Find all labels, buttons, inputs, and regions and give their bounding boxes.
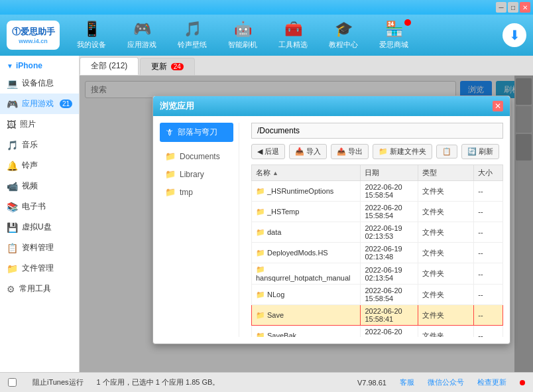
- copy-button[interactable]: 📋: [436, 145, 457, 159]
- ringtone-icon: 🔔: [7, 161, 18, 171]
- modal-item-library[interactable]: 📁 Library: [160, 165, 233, 183]
- table-row[interactable]: 📁DeployedMods.HS 2022-06-19 02:13:48 文件夹…: [252, 243, 503, 263]
- cell-size: --: [474, 285, 503, 305]
- table-row[interactable]: 📁SaveBak 2022-06-20 15:28:12 文件夹 --: [252, 326, 503, 338]
- nav-ringtones-label: 铃声壁纸: [178, 40, 207, 50]
- minimize-button[interactable]: ─: [496, 2, 506, 13]
- download-button[interactable]: ⬇: [503, 23, 526, 47]
- sidebar-item-udisk[interactable]: 💾 虚拟U盘: [0, 217, 79, 237]
- sidebar-item-photos[interactable]: 🖼 照片: [0, 114, 79, 135]
- sidebar-item-videos[interactable]: 📹 视频: [0, 176, 79, 196]
- file-list-container: 名称 ▲ 日期 类型 大小 📁_HSRun: [251, 164, 503, 337]
- sidebar-item-label: 设备信息: [22, 78, 54, 89]
- table-row[interactable]: 📁hansqurrel_hotpatch_manual 2022-06-19 0…: [252, 263, 503, 285]
- import-button[interactable]: 📥 导入: [289, 144, 327, 159]
- data-mgr-icon: 📋: [7, 243, 18, 253]
- cell-date: 2022-06-20 15:58:54: [361, 202, 418, 222]
- tab-all[interactable]: 全部 (212): [80, 57, 139, 75]
- cell-name: 📁data: [252, 222, 361, 243]
- music-icon: 🎵: [7, 140, 18, 151]
- cell-date: 2022-06-20 15:58:54: [361, 285, 418, 305]
- title-bar: ─ □ ✕: [0, 0, 533, 15]
- export-button[interactable]: 📤 导出: [331, 144, 369, 159]
- sidebar-ebooks-label: 电子书: [22, 201, 46, 212]
- ringtones-icon: 🎵: [184, 21, 202, 38]
- refresh-button[interactable]: 🔄 刷新: [461, 144, 499, 159]
- table-row[interactable]: 📁NLog 2022-06-20 15:58:54 文件夹 --: [252, 285, 503, 305]
- cell-date: 2022-06-19 02:13:53: [361, 222, 418, 243]
- nav-bar: ①爱思助手 www.i4.cn 📱 我的设备 🎮 应用游戏 🎵 铃声壁纸 🤖 智…: [0, 15, 533, 56]
- cell-name: 📁NLog: [252, 285, 361, 305]
- modal-overlay: 浏览应用 ✕ 🗡 部落与弯刀: [80, 76, 533, 372]
- new-folder-button[interactable]: 📁 新建文件夹: [373, 144, 432, 159]
- col-size[interactable]: 大小: [474, 165, 503, 181]
- back-button[interactable]: ◀ 后退: [251, 144, 285, 159]
- cell-size: --: [474, 263, 503, 285]
- nav-apps[interactable]: 🎮 应用游戏: [123, 18, 160, 52]
- nav-store[interactable]: 🏪 爱思商城: [375, 18, 412, 52]
- sidebar-item-apps[interactable]: 🎮 应用游戏 21: [0, 94, 79, 114]
- modal-item-tmp[interactable]: 📁 tmp: [160, 183, 233, 201]
- itunes-checkbox[interactable]: [8, 378, 17, 387]
- nav-smart-label: 智能刷机: [228, 40, 257, 50]
- cell-size: --: [474, 243, 503, 263]
- file-mgr-icon: 📁: [7, 263, 18, 274]
- modal-item-documents[interactable]: 📁 Documents: [160, 147, 233, 165]
- col-type[interactable]: 类型: [418, 165, 474, 181]
- itunes-label: 阻止iTunes运行: [32, 377, 84, 387]
- sidebar-item-device-info[interactable]: 💻 设备信息: [0, 73, 79, 94]
- maximize-button[interactable]: □: [508, 2, 518, 13]
- nav-ringtones[interactable]: 🎵 铃声壁纸: [174, 18, 211, 52]
- nav-my-device[interactable]: 📱 我的设备: [73, 18, 110, 52]
- check-update-link[interactable]: 检查更新: [477, 377, 506, 387]
- support-link[interactable]: 客服: [400, 377, 414, 387]
- sidebar-item-ebooks[interactable]: 📚 电子书: [0, 196, 79, 217]
- wechat-link[interactable]: 微信公众号: [428, 377, 464, 387]
- table-row[interactable]: 📁_HSTemp 2022-06-20 15:58:54 文件夹 --: [252, 202, 503, 222]
- budao-icon: 🗡: [165, 127, 174, 137]
- library-folder-icon: 📁: [165, 169, 176, 179]
- col-name[interactable]: 名称 ▲: [252, 165, 361, 181]
- modal-tmp-label: tmp: [180, 188, 193, 197]
- cell-type: 文件夹: [418, 305, 474, 326]
- browse-app-modal: 浏览应用 ✕ 🗡 部落与弯刀: [152, 96, 510, 344]
- sidebar-music-label: 音乐: [22, 139, 38, 151]
- modal-library-label: Library: [180, 170, 204, 179]
- nav-tutorials[interactable]: 🎓 教程中心: [325, 18, 362, 52]
- device-icon: 📱: [83, 21, 101, 38]
- close-button[interactable]: ✕: [520, 2, 530, 13]
- nav-tools[interactable]: 🧰 工具精选: [274, 18, 312, 52]
- table-row[interactable]: 📁data 2022-06-19 02:13:53 文件夹 --: [252, 222, 503, 243]
- tab-update[interactable]: 更新 24: [140, 58, 194, 75]
- table-row[interactable]: 📁Save 2022-06-20 15:58:41 文件夹 --: [252, 305, 503, 326]
- cell-name: 📁Save: [252, 305, 361, 326]
- sidebar-item-file-mgr[interactable]: 📁 文件管理: [0, 258, 79, 279]
- sidebar-item-ringtones[interactable]: 🔔 铃声: [0, 155, 79, 176]
- nav-tools-label: 工具精选: [278, 40, 308, 50]
- cell-type: 文件夹: [418, 326, 474, 338]
- col-date[interactable]: 日期: [361, 165, 418, 181]
- sidebar-item-data-mgr[interactable]: 📋 资料管理: [0, 237, 79, 258]
- cell-name: 📁DeployedMods.HS: [252, 243, 361, 263]
- sidebar-item-tools[interactable]: ⚙ 常用工具: [0, 279, 79, 299]
- modal-close-button[interactable]: ✕: [493, 101, 503, 111]
- sidebar-videos-label: 视频: [22, 180, 38, 192]
- path-bar: /Documents: [251, 123, 503, 139]
- content-tabs: 全部 (212) 更新 24: [80, 56, 533, 76]
- nav-my-device-label: 我的设备: [77, 40, 106, 50]
- table-row[interactable]: 📁_HSRuntimeOptions 2022-06-20 15:58:54 文…: [252, 181, 503, 202]
- store-badge: [404, 19, 411, 26]
- cell-date: 2022-06-19 02:13:48: [361, 243, 418, 263]
- cell-type: 文件夹: [418, 202, 474, 222]
- sidebar: ▼ iPhone 💻 设备信息 🎮 应用游戏 21 🖼 照片 🎵 音乐 🔔: [0, 56, 80, 372]
- modal-left-panel: 🗡 部落与弯刀 📁 Documents 📁: [160, 123, 239, 337]
- cell-date: 2022-06-19 02:13:54: [361, 263, 418, 285]
- update-badge: 24: [171, 63, 184, 70]
- modal-item-budao[interactable]: 🗡 部落与弯刀: [160, 123, 233, 142]
- sidebar-photos-label: 照片: [20, 119, 36, 130]
- app-logo[interactable]: ①爱思助手 www.i4.cn: [7, 21, 60, 50]
- logo-url: www.i4.cn: [19, 38, 48, 44]
- cell-name: 📁_HSTemp: [252, 202, 361, 222]
- sidebar-item-music[interactable]: 🎵 音乐: [0, 135, 79, 155]
- nav-smart[interactable]: 🤖 智能刷机: [224, 18, 261, 52]
